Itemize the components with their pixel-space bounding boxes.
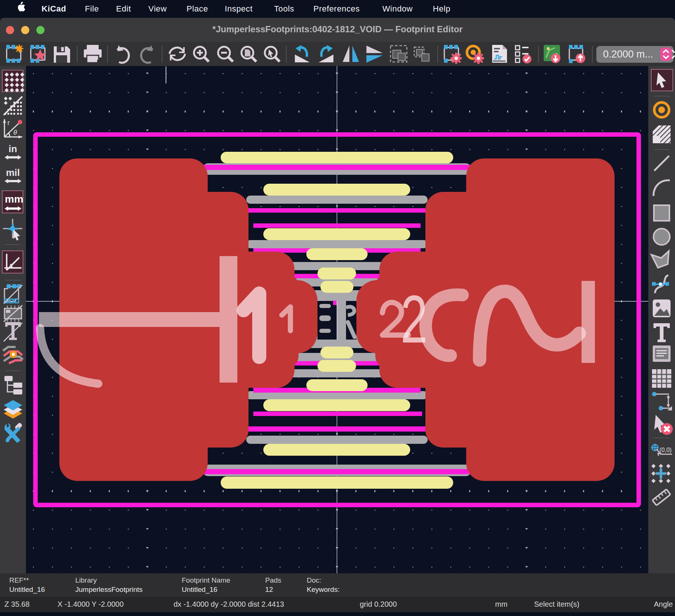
svg-text:θ: θ xyxy=(13,129,17,136)
svg-text:in: in xyxy=(9,143,17,154)
svg-text:mil: mil xyxy=(6,167,20,178)
svg-text:r: r xyxy=(7,119,10,127)
svg-text:0.2000 m...: 0.2000 m... xyxy=(603,49,653,60)
svg-text:mm: mm xyxy=(5,193,23,205)
svg-text:(0,0): (0,0) xyxy=(659,447,672,453)
